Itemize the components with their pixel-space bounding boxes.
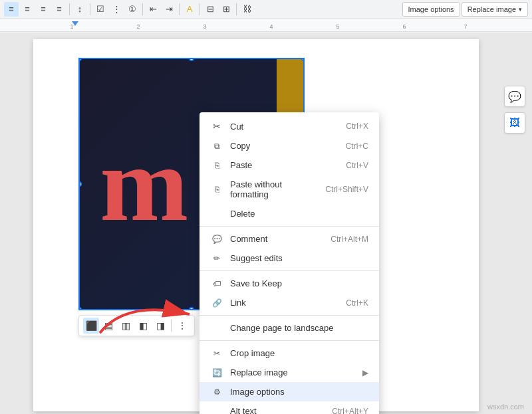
menu-item-paste-no-format[interactable]: ⎘ Paste without formatting Ctrl+Shift+V <box>200 175 379 204</box>
comment-icon: 💬 <box>508 90 521 103</box>
crop-icon: ✂ <box>210 349 223 358</box>
divider-4 <box>179 3 180 15</box>
replace-image-label: Replace image <box>230 367 362 377</box>
menu-divider-4 <box>200 340 379 341</box>
red-arrow-indicator <box>86 286 206 342</box>
align-center-icon[interactable]: ≡ <box>20 2 35 17</box>
divider-2 <box>90 3 90 15</box>
ruler-mark-5: 5 <box>336 23 339 30</box>
menu-item-save-to-keep[interactable]: 🏷 Save to Keep <box>200 274 379 293</box>
delete-label: Delete <box>230 209 368 219</box>
ruler-mark-3: 3 <box>203 23 206 30</box>
landscape-label: Change page to landscape <box>230 323 368 333</box>
paste-no-format-label: Paste without formatting <box>230 179 320 199</box>
align-right-icon[interactable]: ≡ <box>36 2 51 17</box>
top-toolbar: ≡ ≡ ≡ ≡ ↕ ☑ ⋮ ① ⇤ ⇥ A ⊟ ⊞ ⛓ Image option… <box>0 0 532 19</box>
copy-icon: ⧉ <box>210 142 223 151</box>
ruler-mark-7: 7 <box>464 23 467 30</box>
menu-item-landscape[interactable]: Change page to landscape <box>200 318 379 338</box>
menu-item-crop-image[interactable]: ✂ Crop image <box>200 344 379 363</box>
align-justify-icon[interactable]: ≡ <box>52 2 66 17</box>
menu-item-link[interactable]: 🔗 Link Ctrl+K <box>200 293 379 312</box>
watermark: wsxdn.com <box>487 403 524 411</box>
more-options-icon[interactable]: ⊞ <box>219 2 233 17</box>
menu-divider-2 <box>200 270 379 271</box>
menu-item-suggest-edits[interactable]: ✏ Suggest edits <box>200 249 379 268</box>
menu-item-delete[interactable]: Delete <box>200 204 379 223</box>
alt-text-label: Alt text <box>230 406 327 414</box>
replace-icon: 🔄 <box>210 368 223 377</box>
image-options-menu-label: Image options <box>230 387 368 397</box>
image-icon: 🖼 <box>509 117 520 129</box>
ruler-mark-6: 6 <box>402 23 406 30</box>
paste-shortcut: Ctrl+V <box>346 161 368 170</box>
ruler-mark-4: 4 <box>269 23 273 30</box>
menu-item-paste[interactable]: ⎘ Paste Ctrl+V <box>200 155 379 175</box>
document-area: m ⬛ ▤ ▥ ◧ ◨ ⋮ 💬 🖼 <box>0 33 532 414</box>
insert-link-icon[interactable]: ⛓ <box>239 2 254 17</box>
alt-text-shortcut: Ctrl+Alt+Y <box>332 407 368 415</box>
replace-image-label: Replace image <box>467 5 516 13</box>
ruler: 1 2 3 4 5 6 7 <box>0 19 532 32</box>
replace-image-button[interactable]: Replace image ▾ <box>462 2 528 17</box>
bullet-list-icon[interactable]: ⋮ <box>109 2 124 17</box>
divider-3 <box>142 3 143 15</box>
ruler-mark-1: 1 <box>70 23 73 30</box>
menu-divider-1 <box>200 226 379 227</box>
highlight-color-icon[interactable]: A <box>182 2 197 17</box>
menu-item-replace-image[interactable]: 🔄 Replace image ▶ <box>200 363 379 382</box>
divider-1 <box>69 3 70 15</box>
keep-icon: 🏷 <box>210 279 223 288</box>
cut-label: Cut <box>230 122 340 132</box>
menu-divider-3 <box>200 315 379 316</box>
comment-shortcut: Ctrl+Alt+M <box>331 235 368 244</box>
image-options-button[interactable]: Image options <box>402 2 460 17</box>
paste-icon: ⎘ <box>210 161 223 170</box>
paste-no-format-icon: ⎘ <box>210 185 223 194</box>
link-icon: 🔗 <box>210 298 223 308</box>
comment-icon-menu: 💬 <box>210 235 223 244</box>
ruler-mark-2: 2 <box>136 23 140 30</box>
suggest-edits-label: Suggest edits <box>230 253 368 263</box>
image-letter: m <box>100 131 188 237</box>
menu-item-cut[interactable]: ✂ Cut Ctrl+X <box>200 116 379 136</box>
comment-sidebar-button[interactable]: 💬 <box>504 86 525 107</box>
crop-image-label: Crop image <box>230 348 368 358</box>
paste-no-format-shortcut: Ctrl+Shift+V <box>325 185 368 194</box>
cut-icon: ✂ <box>210 121 223 132</box>
divider-6 <box>236 3 237 15</box>
context-menu: ✂ Cut Ctrl+X ⧉ Copy Ctrl+C ⎘ Paste Ctrl+… <box>200 112 379 414</box>
menu-item-image-options[interactable]: ⚙ Image options <box>200 382 379 401</box>
handle-bot-left[interactable] <box>78 307 82 310</box>
link-label: Link <box>230 298 340 308</box>
divider-5 <box>200 3 200 15</box>
comment-label: Comment <box>230 234 325 244</box>
paste-label: Paste <box>230 160 340 170</box>
image-options-label: Image options <box>408 5 454 13</box>
decrease-indent-icon[interactable]: ⇤ <box>146 2 160 17</box>
menu-item-copy[interactable]: ⧉ Copy Ctrl+C <box>200 136 379 155</box>
copy-shortcut: Ctrl+C <box>346 142 368 151</box>
menu-item-alt-text[interactable]: Alt text Ctrl+Alt+Y <box>200 401 379 414</box>
image-options-icon: ⚙ <box>210 387 223 397</box>
align-options-icon[interactable]: ⊟ <box>203 2 217 17</box>
handle-top-right[interactable] <box>301 58 305 61</box>
save-to-keep-label: Save to Keep <box>230 278 368 288</box>
align-left-icon[interactable]: ≡ <box>4 2 19 17</box>
copy-label: Copy <box>230 141 340 151</box>
line-spacing-icon[interactable]: ↕ <box>72 2 87 17</box>
checklist-icon[interactable]: ☑ <box>93 2 108 17</box>
replace-image-chevron: ▾ <box>519 6 522 13</box>
increase-indent-icon[interactable]: ⇥ <box>162 2 176 17</box>
replace-image-arrow: ▶ <box>362 368 368 377</box>
numbered-list-icon[interactable]: ① <box>125 2 140 17</box>
link-shortcut: Ctrl+K <box>346 298 368 308</box>
suggest-edits-icon: ✏ <box>210 254 223 263</box>
menu-item-comment[interactable]: 💬 Comment Ctrl+Alt+M <box>200 229 379 249</box>
image-sidebar-button[interactable]: 🖼 <box>504 112 525 134</box>
right-sidebar: 💬 🖼 <box>504 86 525 134</box>
cut-shortcut: Ctrl+X <box>346 122 368 131</box>
